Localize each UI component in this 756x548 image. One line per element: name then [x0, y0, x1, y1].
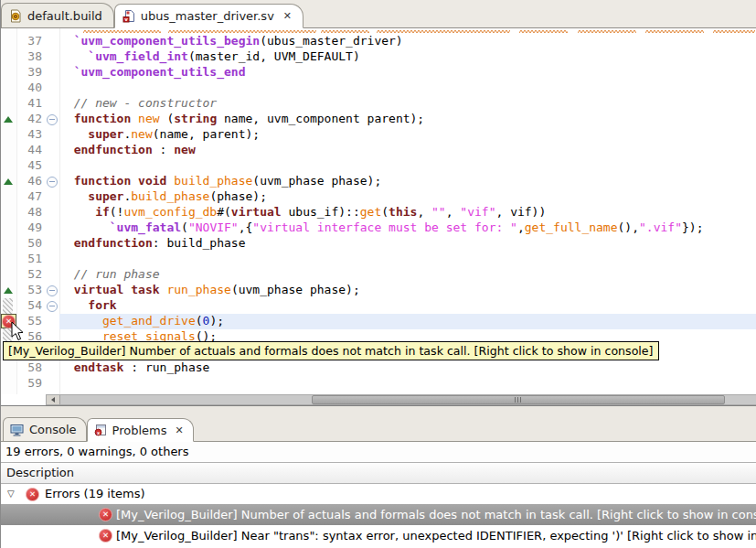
code-token: this	[389, 205, 417, 219]
tab-label: Problems	[112, 424, 167, 437]
tab-default-build[interactable]: default.build	[1, 3, 114, 27]
code-token: get_full_name	[525, 220, 618, 234]
code-token: // run phase	[59, 267, 160, 281]
line-number: 40	[16, 81, 42, 96]
problem-text: [My_Verilog_Builder] Number of actuals a…	[116, 508, 756, 521]
code-token: new	[174, 143, 195, 156]
horizontal-scrollbar[interactable]	[1, 394, 756, 406]
line-number: 44	[16, 143, 42, 158]
code-token: (ubus_master_driver)	[260, 34, 403, 48]
code-line-52[interactable]: // run phase	[59, 267, 160, 283]
warning-squiggle	[321, 29, 369, 35]
errors-group-row[interactable]: ▽ ✕ Errors (19 items)	[1, 484, 756, 504]
problem-row[interactable]: ✕ [My_Verilog_Builder] Near "trans": syn…	[1, 525, 756, 546]
code-line-44[interactable]: endfunction : new	[59, 143, 196, 158]
code-line-42[interactable]: function new (string name, uvm_component…	[59, 112, 424, 127]
collapse-fold-icon[interactable]	[47, 285, 58, 296]
code-token: get_and_drive	[102, 314, 196, 328]
panel-sash[interactable]	[1, 406, 756, 415]
code-token	[59, 314, 102, 328]
line-number: 46	[16, 174, 42, 189]
code-token	[59, 65, 74, 79]
code-line-58[interactable]: endtask : run_phase	[59, 360, 209, 376]
code-line-53[interactable]: virtual task run_phase(uvm_phase phase);	[59, 283, 360, 298]
code-token	[59, 127, 88, 141]
tab-label: ubus_master_driver.sv	[141, 9, 274, 23]
tab-console[interactable]: Console	[3, 417, 87, 441]
problem-row[interactable]: ✕ [My_Verilog_Builder] Number of actuals…	[1, 504, 756, 525]
code-line-47[interactable]: super.build_phase(phase);	[59, 189, 267, 205]
line-number: 59	[16, 376, 42, 392]
scroll-left-arrow-icon[interactable]	[47, 395, 60, 404]
code-token: string	[174, 112, 217, 125]
collapse-fold-icon[interactable]	[47, 177, 58, 188]
code-token	[59, 34, 74, 48]
override-marker-icon[interactable]	[4, 116, 13, 123]
code-token	[131, 112, 138, 125]
collapse-fold-icon[interactable]	[47, 114, 58, 125]
code-token: :	[153, 143, 174, 156]
code-token: endtask	[74, 360, 124, 374]
code-token: ubus_if)::	[282, 205, 360, 219]
code-token	[59, 112, 74, 125]
code-line-37[interactable]: `uvm_component_utils_begin(ubus_master_d…	[59, 34, 403, 49]
tab-problems[interactable]: x Problems ✕	[87, 418, 194, 442]
warning-squiggle	[377, 29, 510, 35]
code-token: new	[138, 112, 159, 125]
code-token	[131, 174, 138, 188]
code-token	[59, 205, 95, 219]
ide-window: default.build v ubus_master_driver.sv ✕ …	[0, 0, 756, 548]
editor-tab-bar: default.build v ubus_master_driver.sv ✕	[1, 0, 756, 28]
code-line-48[interactable]: if(!uvm_config_db#(virtual ubus_if)::get…	[59, 205, 546, 220]
close-tab-icon[interactable]: ✕	[283, 10, 292, 22]
warning-squiggle	[83, 29, 161, 35]
warning-squiggle	[168, 29, 316, 35]
warning-squiggle	[519, 29, 568, 35]
code-token: (uvm_phase phase);	[252, 174, 381, 188]
code-token: ,	[446, 205, 461, 219]
scrollbar-thumb[interactable]	[312, 395, 725, 404]
code-line-38[interactable]: `uvm_field_int(master_id, UVM_DEFAULT)	[59, 49, 360, 65]
scrollbar-track[interactable]	[46, 394, 756, 405]
code-token: function	[74, 174, 132, 188]
code-token: (phase);	[209, 189, 267, 203]
code-token: endfunction	[74, 236, 153, 250]
override-marker-icon[interactable]	[4, 287, 13, 294]
code-line-49[interactable]: `uvm_fatal("NOVIF",{"virtual interface m…	[59, 220, 703, 236]
code-token: super	[88, 189, 123, 203]
code-line-46[interactable]: function void build_phase(uvm_phase phas…	[59, 174, 381, 189]
code-token: `uvm_component_utils_end	[74, 65, 246, 79]
code-line-55[interactable]: get_and_drive(0);	[59, 314, 224, 329]
svg-text:v: v	[124, 16, 128, 22]
code-token: (	[181, 220, 188, 234]
code-token: name, uvm_component parent);	[217, 112, 424, 125]
code-line-39[interactable]: `uvm_component_utils_end	[59, 65, 246, 81]
tab-label: default.build	[27, 9, 102, 23]
code-line-43[interactable]: super.new(name, parent);	[59, 127, 260, 143]
editor-area[interactable]: ✕ 37383940414243444546474849505152535455…	[1, 28, 756, 394]
code-line-41[interactable]: // new - constructor	[59, 96, 217, 112]
mouse-cursor	[11, 321, 26, 342]
collapse-fold-icon[interactable]	[47, 301, 58, 312]
line-number: 50	[16, 236, 42, 252]
code-token: ,	[417, 205, 431, 219]
code-token	[59, 220, 110, 234]
description-column-header[interactable]: Description	[1, 462, 756, 484]
code-line-54[interactable]: fork	[59, 298, 117, 314]
line-number: 52	[16, 267, 42, 283]
folding-ruler[interactable]	[45, 28, 60, 394]
code-line-50[interactable]: endfunction: build_phase	[59, 236, 246, 252]
expander-icon[interactable]: ▽	[7, 484, 15, 504]
line-number: 51	[16, 252, 42, 267]
code-token: #(	[217, 205, 231, 219]
line-number: 48	[16, 205, 42, 220]
tab-ubus-master-driver[interactable]: v ubus_master_driver.sv ✕	[114, 4, 303, 28]
line-number: 41	[16, 96, 42, 112]
code-token: (	[196, 314, 203, 328]
line-number: 47	[16, 189, 42, 205]
close-tab-icon[interactable]: ✕	[176, 424, 184, 436]
code-token: (uvm_phase phase);	[231, 283, 360, 296]
code-token: : run_phase	[123, 360, 209, 374]
override-marker-icon[interactable]	[4, 178, 13, 185]
bottom-tab-bar: Console x Problems ✕	[1, 415, 756, 442]
